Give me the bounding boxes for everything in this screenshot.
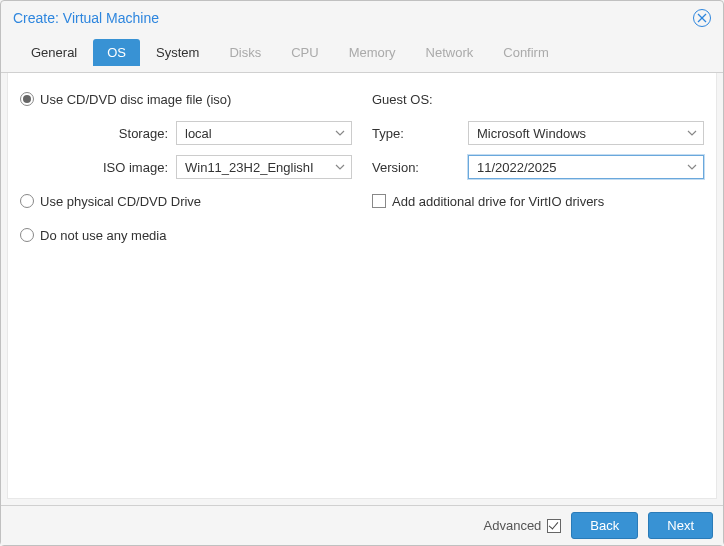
radio-row-iso[interactable]: Use CD/DVD disc image file (iso) <box>20 87 352 111</box>
tab-os[interactable]: OS <box>93 39 140 66</box>
tab-system[interactable]: System <box>142 39 213 66</box>
version-row: Version: 11/2022/2025 <box>372 155 704 179</box>
create-vm-dialog: Create: Virtual Machine General OS Syste… <box>0 0 724 546</box>
radio-use-iso[interactable] <box>20 92 34 106</box>
storage-value: local <box>185 126 212 141</box>
left-column: Use CD/DVD disc image file (iso) Storage… <box>20 87 352 484</box>
close-button[interactable] <box>693 9 711 27</box>
chevron-down-icon <box>687 162 697 172</box>
type-value: Microsoft Windows <box>477 126 586 141</box>
advanced-checkbox[interactable] <box>547 519 561 533</box>
back-button[interactable]: Back <box>571 512 638 539</box>
radio-use-iso-label: Use CD/DVD disc image file (iso) <box>40 92 231 107</box>
guest-os-label: Guest OS: <box>372 92 433 107</box>
tab-disks: Disks <box>215 39 275 66</box>
version-select[interactable]: 11/2022/2025 <box>468 155 704 179</box>
radio-use-physical-label: Use physical CD/DVD Drive <box>40 194 201 209</box>
radio-no-media-label: Do not use any media <box>40 228 166 243</box>
os-panel: Use CD/DVD disc image file (iso) Storage… <box>7 73 717 499</box>
radio-row-none[interactable]: Do not use any media <box>20 223 352 247</box>
iso-value: Win11_23H2_EnglishI <box>185 160 314 175</box>
chevron-down-icon <box>687 128 697 138</box>
chevron-down-icon <box>335 162 345 172</box>
chevron-down-icon <box>335 128 345 138</box>
titlebar: Create: Virtual Machine <box>1 1 723 33</box>
radio-row-physical[interactable]: Use physical CD/DVD Drive <box>20 189 352 213</box>
wizard-tabs: General OS System Disks CPU Memory Netwo… <box>1 33 723 73</box>
radio-no-media[interactable] <box>20 228 34 242</box>
iso-label: ISO image: <box>20 160 170 175</box>
version-value: 11/2022/2025 <box>477 160 557 175</box>
iso-row: ISO image: Win11_23H2_EnglishI <box>20 155 352 179</box>
tab-network: Network <box>412 39 488 66</box>
dialog-title: Create: Virtual Machine <box>13 10 159 26</box>
virtio-label: Add additional drive for VirtIO drivers <box>392 194 604 209</box>
virtio-row[interactable]: Add additional drive for VirtIO drivers <box>372 189 704 213</box>
type-select[interactable]: Microsoft Windows <box>468 121 704 145</box>
iso-select[interactable]: Win11_23H2_EnglishI <box>176 155 352 179</box>
tab-confirm: Confirm <box>489 39 563 66</box>
virtio-checkbox[interactable] <box>372 194 386 208</box>
storage-label: Storage: <box>20 126 170 141</box>
advanced-label: Advanced <box>484 518 542 533</box>
type-row: Type: Microsoft Windows <box>372 121 704 145</box>
tab-memory: Memory <box>335 39 410 66</box>
storage-row: Storage: local <box>20 121 352 145</box>
guest-os-header: Guest OS: <box>372 87 704 111</box>
tab-cpu: CPU <box>277 39 332 66</box>
next-button[interactable]: Next <box>648 512 713 539</box>
close-icon <box>697 13 707 23</box>
tab-general[interactable]: General <box>17 39 91 66</box>
right-column: Guest OS: Type: Microsoft Windows Versio… <box>372 87 704 484</box>
advanced-toggle[interactable]: Advanced <box>484 518 562 533</box>
dialog-footer: Advanced Back Next <box>1 505 723 545</box>
storage-select[interactable]: local <box>176 121 352 145</box>
radio-use-physical[interactable] <box>20 194 34 208</box>
type-label: Type: <box>372 126 462 141</box>
version-label: Version: <box>372 160 462 175</box>
